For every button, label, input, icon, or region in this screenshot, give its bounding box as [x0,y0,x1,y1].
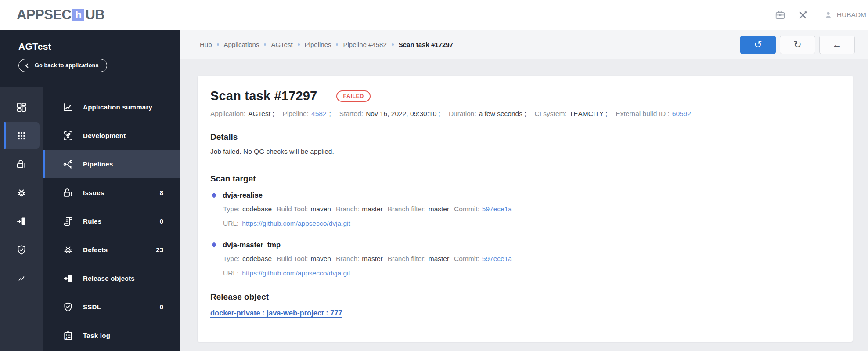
rail-item-applications[interactable] [4,122,40,149]
sidebar-item-application-summary[interactable]: Application summary [43,93,180,121]
sidebar-item-pipelines[interactable]: Pipelines [43,150,180,178]
user-avatar-icon [824,11,833,20]
details-text: Job failed. No QG checks will be applied… [210,148,835,156]
sidebar-header: AGTest Go back to applications [0,30,180,87]
breadcrumb-separator-dot [264,43,266,46]
bug-icon [62,244,74,256]
meta-pipeline: Pipeline: 4582 ; [283,110,331,118]
meta-label: Branch: [336,255,359,263]
meta-suffix: ; [329,110,331,118]
meta-value: TEAMCITY ; [569,110,608,118]
meta-value: AGTest ; [248,110,274,118]
scan-target-heading: Scan target [210,174,835,184]
rail-item-analytics[interactable] [0,264,43,293]
meta-value: maven [310,205,331,213]
appsechub-logo[interactable]: APPSEChUB [17,7,104,23]
dashboard-icon [16,101,27,113]
sidebar-item-label: Release objects [83,275,135,282]
meta-label: Commit: [454,255,479,263]
app-header: APPSEChUB HUBADM [0,0,868,30]
meta-value: codebase [242,205,272,213]
sidebar-item-release-objects[interactable]: Release objects [43,264,180,293]
application-name: AGTest [18,41,180,52]
meta-label: CI system: [535,110,567,118]
meta-value: maven [310,255,331,263]
commit-link[interactable]: 597ece1a [482,255,512,263]
meta-value: master [362,255,382,263]
meta-label: External build ID : [616,110,669,118]
title-row: Scan task #17297 FAILED [210,89,835,103]
sidebar-item-label: SSDL [83,303,101,311]
logo-text-right: UB [85,7,104,23]
sidebar-item-issues[interactable]: Issues 8 [43,178,180,207]
icon-rail [0,87,43,351]
refresh-icon: ↻ [793,39,801,51]
external-build-id-link[interactable]: 60592 [672,110,691,118]
meta-ci-system: CI system: TEAMCITY ; [535,110,608,118]
user-menu[interactable]: HUBADM [824,11,866,20]
restart-task-button[interactable]: ↺ [740,36,776,54]
breadcrumb-separator-dot [298,43,300,46]
sidebar-item-badge: 23 [156,246,163,253]
rail-item-dashboard[interactable] [0,93,43,121]
briefcase-icon [774,9,786,21]
target-url-row: URL: https://github.com/appsecco/dvja.gi… [210,220,835,228]
meta-started: Started: Nov 16, 2022, 09:30:10 ; [339,110,440,118]
diamond-bullet-icon [211,192,217,198]
breadcrumb-pipelines[interactable]: Pipelines [305,41,331,48]
repository-url-link[interactable]: https://github.com/appsecco/dvja.git [242,269,350,277]
scan-target-item: dvja-realise Type:codebase Build Tool:ma… [210,191,835,228]
back-arrow-icon: ← [832,39,842,51]
topbar: Hub Applications AGTest Pipelines Pipeli… [180,30,868,59]
sidebar-item-defects[interactable]: Defects 23 [43,235,180,264]
development-icon [62,130,74,141]
breadcrumb-agtest[interactable]: AGTest [271,41,292,48]
release-object-heading: Release object [210,292,835,302]
page-title: Scan task #17297 [210,89,317,103]
scan-target-item: dvja-master_tmp Type:codebase Build Tool… [210,241,835,277]
target-name: dvja-realise [223,191,263,199]
restart-icon: ↺ [754,39,762,51]
meta-value: a few seconds ; [479,110,526,118]
rail-item-defects[interactable] [0,178,43,207]
sidebar-item-rules[interactable]: Rules 0 [43,207,180,235]
meta-label: Branch filter: [388,255,426,263]
sidebar-item-ssdl[interactable]: SSDL 0 [43,293,180,321]
rail-item-release-objects[interactable] [0,207,43,235]
sidebar-item-task-log[interactable]: 1 2 Task log [43,321,180,350]
meta-duration: Duration: a few seconds ; [449,110,526,118]
refresh-button[interactable]: ↻ [780,36,815,54]
pipeline-link[interactable]: 4582 [311,110,326,118]
chart-line-icon [16,273,27,284]
shield-check-icon [62,301,74,313]
task-meta-row: Application: AGTest ; Pipeline: 4582 ; S… [210,110,835,118]
main-content: Scan task #17297 FAILED Application: AGT… [180,59,868,351]
chevron-left-icon [25,63,29,68]
rail-item-issues[interactable] [0,150,43,178]
meta-label: URL: [223,220,238,228]
meta-label: Build Tool: [277,255,308,263]
pipelines-icon [62,159,74,170]
breadcrumb-pipeline-4582[interactable]: Pipeline #4582 [343,41,386,48]
status-badge: FAILED [336,90,370,102]
go-back-label: Go back to applications [35,62,99,69]
repository-url-link[interactable]: https://github.com/appsecco/dvja.git [242,220,350,228]
sidebar-item-label: Task log [83,332,110,339]
sidebar-item-badge: 0 [160,217,163,225]
commit-link[interactable]: 597ece1a [482,205,512,213]
breadcrumb-applications[interactable]: Applications [224,41,259,48]
target-url-row: URL: https://github.com/appsecco/dvja.gi… [210,269,835,277]
breadcrumb-hub[interactable]: Hub [200,41,212,48]
rail-item-ssdl[interactable] [0,235,43,264]
scan-task-card: Scan task #17297 FAILED Application: AGT… [198,76,853,342]
back-button[interactable]: ← [819,36,855,54]
release-object-link[interactable]: docker-private : java-web-project : 777 [210,309,342,317]
meta-label: Commit: [454,205,479,213]
meta-label: Type: [223,255,240,263]
meta-value: master [362,205,382,213]
admin-tools-button[interactable] [797,10,808,21]
breadcrumb-separator-dot [336,43,338,46]
services-button[interactable] [774,9,786,21]
sidebar-item-development[interactable]: Development [43,121,180,150]
go-back-to-applications-button[interactable]: Go back to applications [18,59,107,72]
